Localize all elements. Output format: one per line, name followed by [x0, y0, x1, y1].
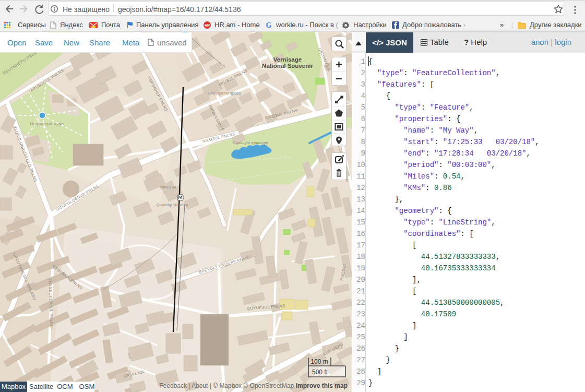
svg-text:Quptuhp Utnuutp: Quptuhp Utnuutp	[157, 203, 188, 207]
svg-text:Vernisage: Vernisage	[273, 56, 302, 63]
svg-text:100 m: 100 m	[311, 358, 328, 365]
svg-text:Shqqnpnnnl qpuqq: Shqqnpnnnl qpuqq	[208, 91, 241, 96]
svg-text:Oqakuyhl qmuuuyh: Oqakuyhl qmuuuyh	[233, 141, 268, 145]
svg-text:G: G	[266, 21, 272, 29]
svg-text:Onnlu wl: Onnlu wl	[160, 185, 176, 189]
svg-text:HR: HR	[205, 23, 210, 27]
svg-text:National Souvenir: National Souvenir	[262, 63, 313, 69]
svg-text:500 ft: 500 ft	[312, 369, 328, 376]
svg-text:Uuqihulgul uygh: Uuqihulgul uygh	[30, 122, 64, 126]
